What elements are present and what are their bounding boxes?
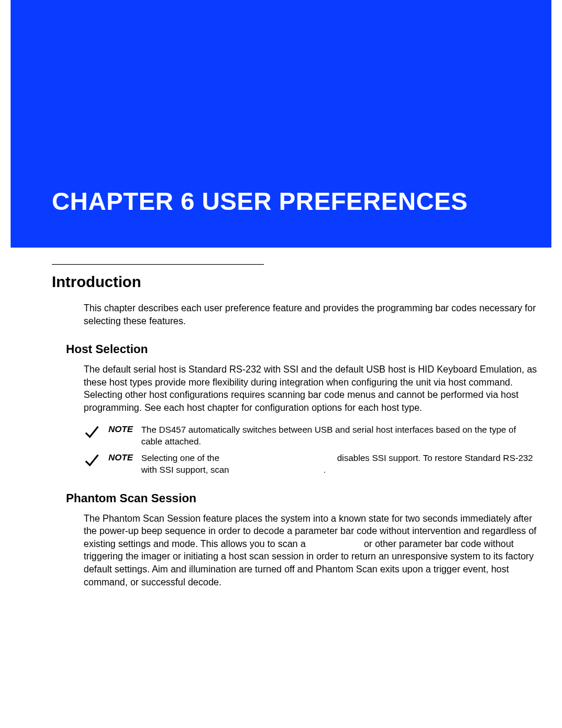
note2-pre: Selecting one of the [141,453,220,463]
checkmark-icon [84,452,100,469]
checkmark-icon [84,424,100,440]
phantom-body: The Phantom Scan Session feature places … [84,512,538,589]
note-row-1: NOTE The DS457 automatically switches be… [84,423,538,448]
heading-host-selection: Host Selection [66,342,538,356]
note-label: NOTE [108,424,133,434]
note-text-2: Selecting one of thedisables SSI support… [141,452,538,476]
chapter-title: CHAPTER 6 USER PREFERENCES [52,187,468,216]
chapter-header-block: CHAPTER 6 USER PREFERENCES [11,0,551,248]
heading-introduction: Introduction [52,273,538,291]
intro-body: This chapter describes each user prefere… [84,302,538,327]
section-rule [52,264,264,265]
note-label: NOTE [108,452,133,462]
host-body: The default serial host is Standard RS-2… [84,363,538,414]
page-content: Introduction This chapter describes each… [0,264,562,588]
note2-end: . [323,465,326,475]
note-row-2: NOTE Selecting one of thedisables SSI su… [84,451,538,476]
note-text-1: The DS457 automatically switches between… [141,424,538,448]
heading-phantom-scan: Phantom Scan Session [66,492,538,505]
